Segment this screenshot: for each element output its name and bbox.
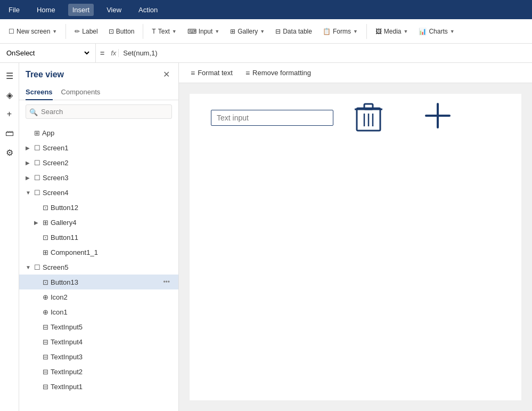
sidebar-variables-icon[interactable]: ⚙ [1,144,18,161]
screen2-chevron: ▶ [26,160,32,166]
canvas-plus-icon[interactable] [424,102,452,136]
new-screen-button[interactable]: ☐ New screen ▼ [4,26,61,37]
input-label: Input [199,28,213,35]
button13-icon: ⊡ [43,278,48,286]
label-button[interactable]: ✏ Label [70,26,102,37]
screen5-chevron: ▼ [26,264,32,270]
separator-1 [66,24,66,39]
tree-item-app[interactable]: ⊞ App [19,125,178,140]
button13-more-icon[interactable]: ••• [161,277,172,287]
gallery-label: Gallery [238,28,258,35]
separator-3 [366,24,367,39]
menu-action[interactable]: Action [134,4,162,16]
data-table-label: Data table [283,28,312,35]
property-selector[interactable]: OnSelect [0,44,96,62]
gallery-icon: ⊞ [230,28,235,35]
text-icon: T [152,28,155,35]
sidebar-icons: ☰ ◈ + 🗃 ⚙ [0,63,19,411]
label-label: Label [82,28,97,35]
component1-icon: ⊞ [43,248,48,256]
format-text-icon: ≡ [191,69,195,77]
textinput5-label: TextInput5 [51,323,172,331]
format-toolbar: ≡ Format text ≡ Remove formatting [179,63,532,83]
charts-button[interactable]: 📊 Charts ▼ [414,26,459,37]
tree-item-screen1[interactable]: ▶ ☐ Screen1 [19,140,178,155]
toolbar: ☐ New screen ▼ ✏ Label ⊡ Button T Text ▼… [0,19,532,44]
gallery-chevron: ▼ [260,29,265,34]
menu-file[interactable]: File [4,4,24,16]
menu-view[interactable]: View [102,4,126,16]
app-icon: ⊞ [34,129,40,137]
screen3-chevron: ▶ [26,175,32,181]
media-button[interactable]: 🖼 Media ▼ [371,26,413,37]
tree-item-screen2[interactable]: ▶ ☐ Screen2 [19,155,178,170]
tree-item-icon2[interactable]: ⊕ Icon2 [19,289,178,304]
input-icon: ⌨ [187,28,197,35]
canvas-white [190,94,521,400]
new-screen-label: New screen [17,28,50,35]
tree-item-button12[interactable]: ⊡ Button12 [19,200,178,215]
tree-item-textinput1[interactable]: ⊟ TextInput1 [19,379,178,394]
new-screen-chevron: ▼ [52,29,57,34]
menu-bar: File Home Insert View Action [0,0,532,19]
sidebar-data-icon[interactable]: 🗃 [1,125,18,142]
canvas-text-input-field[interactable] [211,110,333,126]
text-button[interactable]: T Text ▼ [148,26,181,37]
tree-close-button[interactable]: ✕ [161,68,172,80]
search-icon: 🔍 [29,108,38,116]
input-button[interactable]: ⌨ Input ▼ [183,26,224,37]
component1-label: Component1_1 [51,248,172,256]
textinput4-icon: ⊟ [43,338,48,346]
tree-panel: Tree view ✕ Screens Components 🔍 ⊞ App ▶… [19,63,179,411]
textinput1-label: TextInput1 [51,383,172,391]
tree-item-screen5[interactable]: ▼ ☐ Screen5 [19,260,178,275]
formula-input[interactable] [123,49,532,57]
format-text-label: Format text [198,69,233,77]
button-button[interactable]: ⊡ Button [104,26,139,37]
gallery4-chevron: ▶ [34,220,40,225]
gallery-button[interactable]: ⊞ Gallery ▼ [226,26,269,37]
screen2-label: Screen2 [43,159,172,167]
textinput1-icon: ⊟ [43,383,48,391]
tree-item-textinput3[interactable]: ⊟ TextInput3 [19,349,178,364]
tree-item-textinput5[interactable]: ⊟ TextInput5 [19,319,178,334]
tree-item-screen3[interactable]: ▶ ☐ Screen3 [19,170,178,185]
remove-formatting-button[interactable]: ≡ Remove formatting [240,67,316,79]
media-chevron: ▼ [404,29,408,34]
gallery4-label: Gallery4 [51,219,172,227]
search-input[interactable] [26,104,172,119]
icon1-label: Icon1 [51,308,172,316]
menu-insert[interactable]: Insert [68,4,94,16]
canvas-trash-icon[interactable] [355,102,382,138]
tab-components[interactable]: Components [61,85,101,100]
tree-tabs: Screens Components [19,85,178,100]
charts-label: Charts [429,28,447,35]
charts-icon: 📊 [419,28,427,35]
tree-item-component1-1[interactable]: ⊞ Component1_1 [19,245,178,260]
screen3-icon: ☐ [34,174,40,182]
sidebar-add-icon[interactable]: + [1,106,18,123]
format-text-button[interactable]: ≡ Format text [185,67,238,79]
property-dropdown[interactable]: OnSelect [4,49,91,58]
data-table-button[interactable]: ⊟ Data table [271,26,316,37]
tree-item-screen4[interactable]: ▼ ☐ Screen4 [19,185,178,200]
screen2-icon: ☐ [34,159,40,167]
tab-screens[interactable]: Screens [26,85,53,100]
tree-item-icon1[interactable]: ⊕ Icon1 [19,304,178,319]
screen1-chevron: ▶ [26,145,32,151]
media-icon: 🖼 [375,28,382,35]
new-screen-icon: ☐ [9,28,14,35]
forms-button[interactable]: 📋 Forms ▼ [318,26,362,37]
canvas-text-input-widget [211,110,333,126]
tree-item-button11[interactable]: ⊡ Button11 [19,230,178,245]
textinput3-icon: ⊟ [43,353,48,361]
tree-item-textinput2[interactable]: ⊟ TextInput2 [19,364,178,379]
tree-item-button13[interactable]: ⊡ Button13 ••• [19,275,178,289]
forms-chevron: ▼ [353,29,358,34]
main-layout: ☰ ◈ + 🗃 ⚙ Tree view ✕ Screens Components… [0,63,532,411]
tree-item-textinput4[interactable]: ⊟ TextInput4 [19,334,178,349]
menu-home[interactable]: Home [32,4,60,16]
sidebar-layers-icon[interactable]: ◈ [1,86,18,103]
tree-item-gallery4[interactable]: ▶ ⊞ Gallery4 [19,215,178,230]
sidebar-menu-icon[interactable]: ☰ [1,67,18,84]
